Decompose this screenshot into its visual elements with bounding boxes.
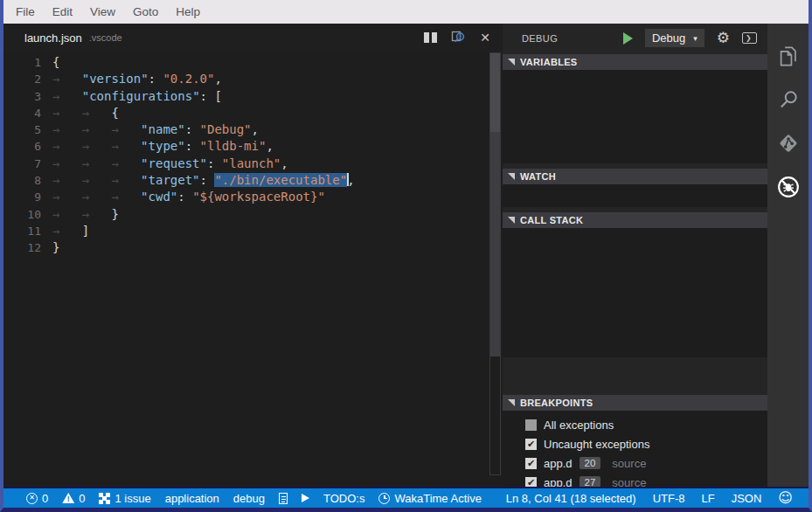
status-text: LF [701, 492, 714, 505]
code-token: → [82, 189, 112, 205]
debug-icon[interactable] [767, 165, 809, 209]
status-item-left-4[interactable]: debug [233, 492, 265, 505]
warning-bang: ! [67, 495, 70, 503]
section-header-breakpoints[interactable]: BREAKPOINTS [503, 395, 767, 411]
open-preview-icon[interactable] [451, 31, 466, 45]
code-line[interactable]: 6→→→"type": "lldb-mi", [3, 138, 503, 155]
code-token: → [111, 138, 141, 155]
status-item-left-5[interactable] [279, 493, 288, 504]
code-line[interactable]: 4→→{ [3, 105, 503, 121]
code-line[interactable]: 8→→→"target": "./bin/executable", [3, 172, 503, 189]
code-line[interactable]: 1{ [3, 54, 503, 71]
checkbox-checked-icon[interactable]: ✔ [525, 439, 537, 450]
code-line[interactable]: 9→→→"cwd": "${workspaceRoot}" [3, 189, 503, 205]
callstack-body[interactable] [503, 228, 767, 357]
code-line[interactable]: 11→] [3, 223, 503, 239]
code-token: → [52, 189, 82, 205]
variables-body[interactable] [503, 70, 767, 163]
menu-item-view[interactable]: View [81, 0, 124, 24]
breakpoint-row[interactable]: ✔Uncaught exceptions [503, 434, 767, 453]
code-token: } [52, 240, 59, 254]
menu-item-goto[interactable]: Goto [124, 0, 167, 24]
code-line[interactable]: 10→→} [3, 206, 503, 223]
status-text: 0 [42, 492, 48, 505]
editor-scrollbar[interactable] [489, 52, 501, 475]
debug-config-dropdown[interactable]: Debug ▾ [645, 29, 704, 47]
code-text: { [52, 54, 59, 71]
breakpoint-row[interactable]: All exceptions [503, 415, 767, 434]
status-item-right-1[interactable]: UTF-8 [653, 492, 685, 505]
menu-item-edit[interactable]: Edit [44, 0, 81, 24]
code-token: → [52, 172, 82, 189]
section-label: VARIABLES [520, 57, 577, 67]
breakpoint-label: Uncaught exceptions [544, 438, 649, 451]
section-header-callstack[interactable]: CALL STACK [503, 212, 767, 228]
menu-item-help[interactable]: Help [167, 0, 209, 24]
line-number: 10 [3, 206, 41, 223]
code-editor[interactable]: 1{2→"version": "0.2.0",3→"configurations… [3, 52, 503, 487]
code-token: : [207, 156, 222, 170]
search-icon[interactable] [767, 78, 809, 121]
start-debug-button[interactable] [623, 32, 633, 45]
chevron-down-icon: ▾ [693, 34, 697, 43]
code-line[interactable]: 12} [3, 239, 503, 256]
code-line[interactable]: 7→→→"request": "launch", [3, 156, 503, 172]
code-text: →"configurations": [ [52, 88, 222, 105]
code-token: → [82, 121, 112, 138]
code-token: → [82, 105, 112, 121]
code-token: "version" [82, 72, 149, 86]
code-line[interactable]: 5→→→"name": "Debug", [3, 121, 503, 138]
status-item-left-1[interactable]: !0 [62, 492, 85, 505]
status-item-right-0[interactable]: Ln 8, Col 41 (18 selected) [506, 492, 636, 505]
menu-item-file[interactable]: File [7, 0, 44, 24]
twistie-icon [508, 59, 515, 66]
status-item-right-3[interactable]: JSON [732, 492, 762, 505]
breakpoint-source: source [612, 457, 646, 470]
status-item-right-4[interactable]: ☺ [778, 491, 793, 505]
scrollbar-thumb[interactable] [490, 53, 500, 356]
code-token: "configurations" [82, 89, 200, 103]
code-text: →→→"cwd": "${workspaceRoot}" [52, 189, 325, 205]
code-token: → [52, 121, 82, 138]
code-token: "type" [141, 139, 185, 153]
checkbox-unchecked-icon[interactable] [525, 419, 537, 431]
split-editor-icon[interactable] [424, 32, 437, 43]
git-icon[interactable] [767, 121, 809, 165]
tab-title[interactable]: launch.json [24, 31, 82, 45]
code-token: → [111, 156, 141, 172]
status-item-left-0[interactable]: ✕0 [26, 492, 48, 505]
code-line[interactable]: 2→"version": "0.2.0", [3, 71, 503, 87]
code-token: "${workspaceRoot}" [192, 190, 325, 204]
watch-body[interactable] [503, 184, 767, 207]
line-number: 8 [3, 172, 41, 189]
line-number: 7 [3, 156, 41, 172]
sidebar-title: DEBUG [522, 33, 558, 44]
section-header-watch[interactable]: WATCH [503, 169, 767, 184]
error-icon: ✕ [26, 493, 38, 504]
checkbox-checked-icon[interactable]: ✔ [525, 458, 537, 469]
section-header-variables[interactable]: VARIABLES [503, 54, 767, 70]
breakpoint-row[interactable]: ✔app.d20source [503, 453, 767, 473]
code-text: →→} [52, 206, 119, 223]
explorer-icon[interactable] [767, 34, 809, 78]
status-item-left-7[interactable]: TODO:s [323, 492, 364, 505]
debug-console-icon[interactable]: ❯ [742, 32, 757, 44]
status-item-left-6[interactable] [302, 494, 309, 502]
status-item-left-8[interactable]: WakaTime Active [378, 492, 481, 505]
close-icon[interactable]: ✕ [480, 31, 490, 44]
code-line[interactable]: 3→"configurations": [ [3, 88, 503, 105]
status-item-left-2[interactable]: 1 issue [99, 492, 150, 505]
code-token: , [214, 72, 221, 86]
code-token: → [82, 156, 112, 172]
gear-icon[interactable]: ⚙ [717, 31, 730, 45]
status-text: UTF-8 [653, 492, 685, 505]
status-item-right-2[interactable]: LF [701, 492, 714, 505]
code-token: { [111, 106, 118, 120]
feedback-smiley-icon: ☺ [778, 491, 793, 505]
line-number: 6 [3, 138, 41, 155]
status-item-left-3[interactable]: application [165, 492, 219, 505]
code-token: "request" [141, 156, 207, 170]
code-token: → [52, 156, 82, 172]
code-token: → [82, 172, 112, 189]
line-number: 2 [3, 71, 41, 87]
